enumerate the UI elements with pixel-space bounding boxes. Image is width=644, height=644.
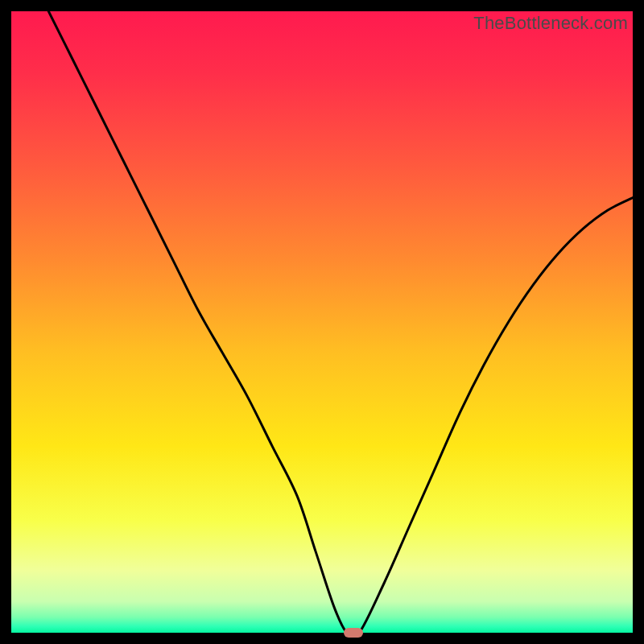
bottleneck-plot: [11, 11, 633, 633]
chart-frame: TheBottleneck.com: [11, 11, 633, 633]
gradient-background: [11, 11, 633, 633]
optimal-point-marker: [344, 628, 363, 638]
